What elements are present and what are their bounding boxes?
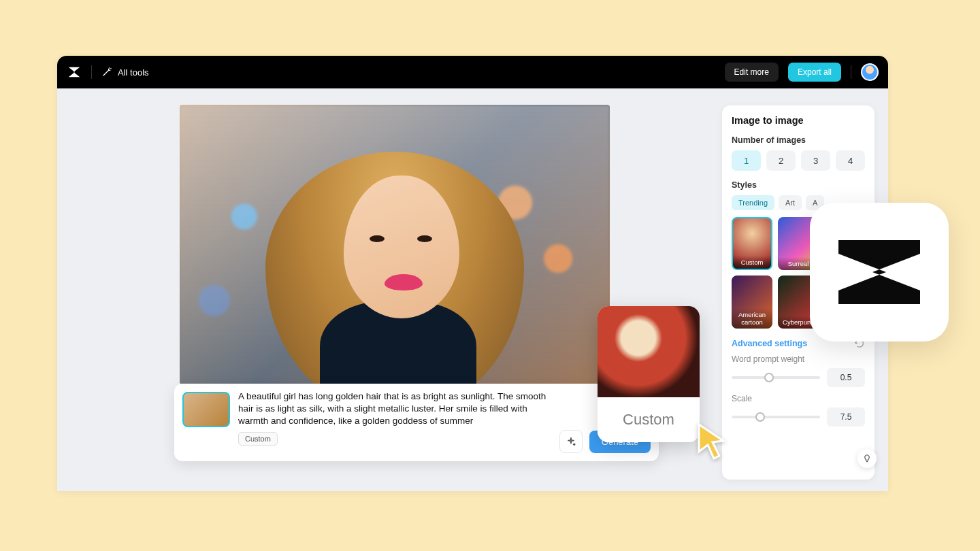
all-tools-label: All tools <box>118 67 149 78</box>
separator <box>91 65 92 79</box>
scale-label: Scale <box>732 394 865 403</box>
custom-style-overlay[interactable]: Custom <box>598 306 700 442</box>
panel-title: Image to image <box>732 115 865 126</box>
sparkle-icon <box>566 436 576 447</box>
edit-more-button[interactable]: Edit more <box>725 63 779 82</box>
export-all-button[interactable]: Export all <box>788 63 841 82</box>
custom-style-label: Custom <box>598 397 700 442</box>
enhance-prompt-button[interactable] <box>559 430 583 453</box>
prompt-textarea[interactable]: A beautiful girl has long golden hair th… <box>238 390 551 428</box>
word-prompt-weight-slider[interactable] <box>732 376 820 379</box>
style-card-american-cartoon[interactable]: American cartoon <box>732 276 772 329</box>
style-card-custom[interactable]: Custom <box>732 217 772 270</box>
style-chip[interactable]: Custom <box>238 432 278 446</box>
num-images-3[interactable]: 3 <box>801 150 830 171</box>
avatar[interactable] <box>861 63 879 81</box>
word-prompt-weight-value[interactable]: 0.5 <box>827 368 865 387</box>
scale-value[interactable]: 7.5 <box>827 407 865 427</box>
preview-image <box>180 105 610 384</box>
app-window: All tools Edit more Export all A beautif… <box>57 56 888 491</box>
style-card-label: American cartoon <box>732 308 772 329</box>
separator <box>851 65 851 79</box>
num-images-2[interactable]: 2 <box>766 150 796 171</box>
cursor-icon <box>694 422 728 460</box>
custom-style-preview <box>598 306 700 397</box>
word-prompt-weight-label: Word prompt weight <box>732 354 865 364</box>
capcut-logo-card <box>810 203 949 341</box>
lightbulb-icon <box>862 454 872 463</box>
styles-label: Styles <box>732 180 865 190</box>
num-images-1[interactable]: 1 <box>732 150 761 171</box>
magic-wand-icon <box>101 67 112 78</box>
number-of-images-label: Number of images <box>732 135 865 145</box>
topbar: All tools Edit more Export all <box>57 56 888 88</box>
num-images-4[interactable]: 4 <box>836 150 865 171</box>
source-thumbnail[interactable] <box>182 392 230 427</box>
style-tab-trending[interactable]: Trending <box>732 195 774 210</box>
style-tab-art[interactable]: Art <box>779 195 802 210</box>
tips-button[interactable] <box>858 449 877 468</box>
advanced-settings-toggle[interactable]: Advanced settings <box>732 339 807 348</box>
all-tools-button[interactable]: All tools <box>101 67 149 78</box>
prompt-card: A beautiful girl has long golden hair th… <box>174 384 659 461</box>
scale-slider[interactable] <box>732 416 820 418</box>
style-card-label: Custom <box>733 256 771 269</box>
capcut-logo-icon <box>832 235 927 310</box>
capcut-logo-icon <box>67 65 82 80</box>
